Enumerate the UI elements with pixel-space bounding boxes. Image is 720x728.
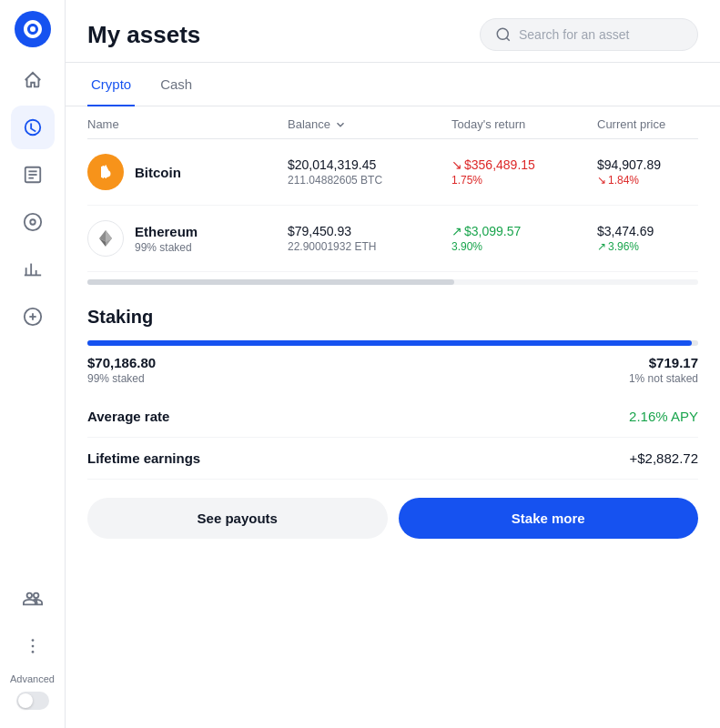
ethereum-return-usd: $3,099.57 (451, 224, 597, 238)
main-content: My assets Search for an asset Crypto Cas… (66, 0, 720, 728)
ethereum-price-change: 3.96% (597, 240, 720, 253)
bitcoin-return: $356,489.15 1.75% (451, 157, 597, 187)
svg-point-15 (31, 651, 34, 653)
bitcoin-price-change: 1.84% (597, 174, 720, 187)
table-row[interactable]: Ethereum 99% staked $79,450.93 22.900019… (87, 206, 698, 272)
toggle-knob (18, 693, 33, 708)
col-todays-return: Today's return (451, 117, 597, 131)
staking-bar-labels: $70,186.80 99% staked $719.17 1% not sta… (87, 355, 698, 385)
coinbase-logo-icon (22, 18, 44, 40)
bitcoin-balance: $20,014,319.45 211.04882605 BTC (288, 157, 451, 187)
portfolio-icon (23, 117, 43, 137)
table-header: Name Balance Today's return Current pric… (87, 106, 698, 139)
col-name: Name (87, 117, 288, 131)
staking-stat-row-lifetime-earnings: Lifetime earnings +$2,882.72 (87, 438, 698, 480)
sidebar-item-add-user[interactable] (11, 577, 55, 621)
advanced-toggle[interactable] (16, 692, 49, 710)
sort-down-icon (334, 118, 347, 131)
sidebar-item-more[interactable] (11, 624, 55, 668)
ethereum-return: $3,099.57 3.90% (451, 224, 597, 253)
tab-cash[interactable]: Cash (157, 64, 196, 106)
explore-icon (23, 212, 43, 232)
see-payouts-button[interactable]: See payouts (87, 498, 388, 539)
tabs: Crypto Cash (66, 63, 720, 106)
staking-buttons: See payouts Stake more (87, 498, 698, 539)
bitcoin-return-usd: $356,489.15 (451, 157, 597, 172)
ethereum-icon (87, 220, 124, 257)
more-icon (23, 636, 43, 656)
search-icon (495, 26, 512, 43)
staking-section: Staking $70,186.80 99% staked $719.17 1%… (66, 288, 720, 557)
tab-crypto[interactable]: Crypto (87, 64, 135, 106)
table-row[interactable]: Bitcoin $20,014,319.45 211.04882605 BTC … (87, 139, 698, 206)
staking-stats: Average rate 2.16% APY Lifetime earnings… (87, 396, 698, 480)
advanced-label: Advanced (10, 673, 55, 684)
svg-marker-21 (106, 230, 112, 242)
sidebar-item-portfolio[interactable] (11, 106, 55, 149)
page-title: My assets (87, 21, 200, 49)
sidebar-item-explore[interactable] (11, 200, 55, 244)
chart-icon (23, 259, 43, 279)
home-icon (23, 70, 43, 90)
staking-label-right: $719.17 1% not staked (629, 355, 698, 385)
svg-point-16 (497, 28, 508, 39)
staking-title: Staking (87, 307, 698, 328)
svg-point-4 (24, 214, 40, 230)
stake-more-button[interactable]: Stake more (399, 498, 699, 539)
search-bar[interactable]: Search for an asset (480, 18, 698, 51)
asset-name-cell-ethereum: Ethereum 99% staked (87, 220, 288, 257)
ethereum-price: $3,474.69 3.96% (597, 224, 720, 253)
ethereum-name: Ethereum (135, 224, 198, 239)
page-header: My assets Search for an asset (66, 0, 720, 63)
sidebar-item-orders[interactable] (11, 153, 55, 197)
col-balance[interactable]: Balance (288, 117, 451, 131)
col-current-price: Current price (597, 117, 720, 131)
sidebar-item-home[interactable] (11, 58, 55, 102)
staking-stat-row-average-rate: Average rate 2.16% APY (87, 396, 698, 438)
svg-line-17 (506, 37, 509, 40)
staking-label-left: $70,186.80 99% staked (87, 355, 156, 385)
svg-point-14 (31, 645, 34, 648)
bitcoin-name: Bitcoin (135, 165, 181, 180)
search-placeholder: Search for an asset (519, 27, 629, 42)
coinbase-logo[interactable] (15, 11, 51, 47)
orders-icon (23, 165, 43, 185)
staking-bar-fill (87, 340, 692, 346)
ethereum-name-block: Ethereum 99% staked (135, 224, 198, 254)
ethereum-sub: 99% staked (135, 241, 198, 254)
horizontal-scrollbar[interactable] (87, 272, 698, 288)
bitcoin-icon (87, 154, 124, 190)
sidebar-item-send[interactable] (11, 295, 55, 339)
asset-name-cell-bitcoin: Bitcoin (87, 154, 288, 190)
assets-table: Name Balance Today's return Current pric… (66, 106, 720, 288)
bitcoin-price: $94,907.89 1.84% (597, 157, 720, 187)
sidebar: Advanced (0, 0, 66, 728)
scroll-track (87, 279, 698, 285)
add-user-icon (23, 589, 43, 609)
ethereum-balance: $79,450.93 22.90001932 ETH (288, 224, 451, 253)
svg-point-13 (31, 639, 34, 642)
staking-bar-track (87, 340, 698, 346)
bitcoin-name-block: Bitcoin (135, 165, 181, 180)
send-icon (23, 307, 43, 327)
sidebar-item-chart[interactable] (11, 248, 55, 291)
svg-point-5 (30, 219, 35, 225)
scroll-thumb (87, 279, 454, 285)
